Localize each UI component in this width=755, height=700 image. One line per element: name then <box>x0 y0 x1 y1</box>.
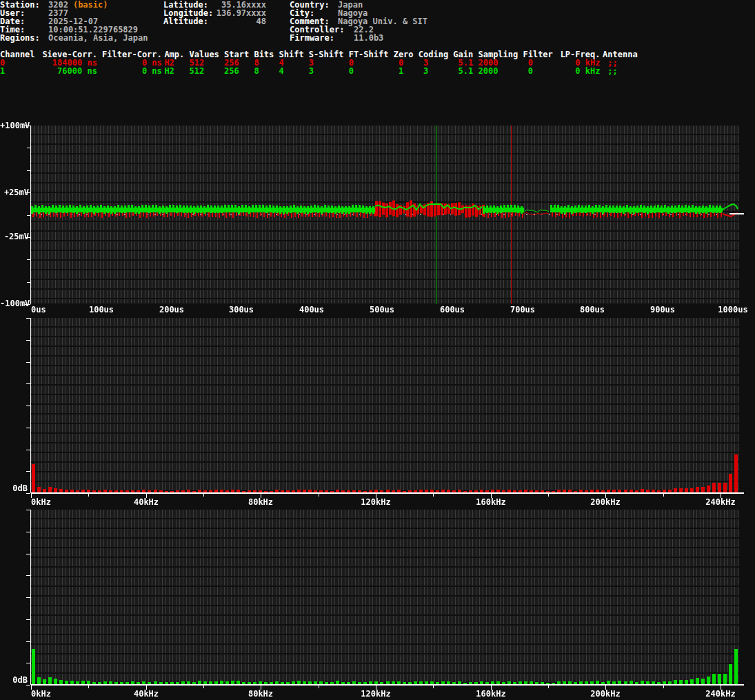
spectrum-channel-0-x-tick-label: 120kHz <box>361 498 390 506</box>
spectrum-channel-1-x-tick-label: 240kHz <box>705 690 735 698</box>
spectrum-channel-1-x-tick-label: 80kHz <box>248 690 273 698</box>
spectrum-channel-0-x-tick-label: 80kHz <box>248 498 273 506</box>
spectrum-channel-0-baseline-label: 0dB <box>0 484 28 492</box>
waveform-x-tick-label: 900us <box>650 306 675 314</box>
spectrum-channel-1-x-tick-label: 0kHz <box>31 690 51 698</box>
spectrum-channel-0-x-tick-label: 0kHz <box>31 498 51 506</box>
waveform-y-tick-label: +100mV <box>0 121 29 130</box>
spectrum-channel-1-baseline-label: 0dB <box>0 676 28 684</box>
waveform-x-tick-label: 800us <box>580 306 605 314</box>
plots-canvas <box>0 0 755 700</box>
waveform-x-tick-label: 0us <box>31 306 46 314</box>
waveform-x-tick-label: 400us <box>299 306 324 314</box>
waveform-x-tick-label: 700us <box>510 306 535 314</box>
waveform-x-tick-label: 100us <box>89 306 114 314</box>
spectrum-channel-1-x-tick-label: 200kHz <box>590 690 620 698</box>
spectrum-channel-0-x-tick-label: 240kHz <box>705 498 735 506</box>
spectrum-channel-1-x-tick-label: 40kHz <box>134 690 159 698</box>
spectrum-channel-1-x-tick-label: 120kHz <box>361 690 390 698</box>
station-signal-page: Station:3202(basic) User:2377 Date:2025-… <box>0 0 755 700</box>
waveform-x-tick-label: 600us <box>440 306 465 314</box>
waveform-x-tick-label: 500us <box>370 306 394 314</box>
waveform-x-tick-label: 300us <box>229 306 254 314</box>
waveform-x-tick-label: 200us <box>159 306 184 314</box>
spectrum-channel-0-x-tick-label: 40kHz <box>134 498 159 506</box>
waveform-y-tick-label: -100mV <box>0 299 29 308</box>
spectrum-channel-0-x-tick-label: 160kHz <box>476 498 505 506</box>
waveform-x-tick-label: 1000us <box>718 306 747 314</box>
spectrum-channel-0-x-tick-label: 200kHz <box>590 498 620 506</box>
waveform-y-tick-label: -25mV <box>0 232 29 241</box>
spectrum-channel-1-x-tick-label: 160kHz <box>476 690 505 698</box>
waveform-y-tick-label: +25mV <box>0 188 29 197</box>
